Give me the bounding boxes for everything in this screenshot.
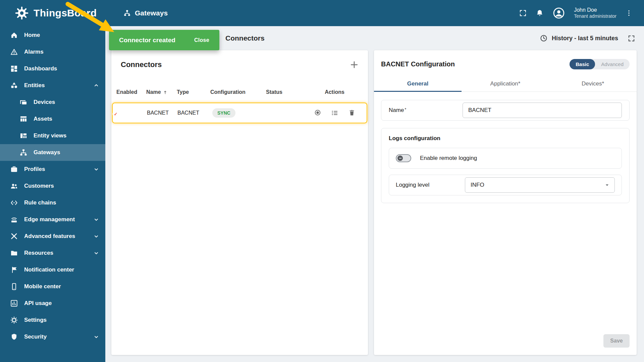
app-title: ThingsBoard [34,7,97,19]
remote-logging-label: Enable remote logging [420,155,477,162]
connector-logs-list-icon[interactable] [331,109,339,117]
sort-ascending-icon [163,90,168,95]
toggle-dash [399,158,401,159]
remote-logging-row: Enable remote logging [389,148,622,169]
connector-name-input[interactable] [463,103,622,118]
chevron-up-icon [94,83,99,88]
connectors-table-header: Enabled Name Type Configuration Status A… [111,89,368,95]
logs-configuration-section: Logs configuration Enable remote logging… [381,128,630,203]
column-name[interactable]: Name [146,89,177,95]
chevron-down-icon [94,217,99,222]
sidebar-item-entity-views[interactable]: Entity views [0,127,105,144]
sidebar-item-customers[interactable]: Customers [0,178,105,194]
advanced-features-tools-icon [10,232,18,240]
dashboard-fullscreen-icon[interactable] [628,35,635,42]
logging-level-value: INFO [471,182,484,188]
entity-views-icon [19,132,28,140]
assets-icon [19,115,28,123]
sidebar-item-rule-chains[interactable]: Rule chains [0,194,105,211]
page-title-label: Gateways [135,9,168,17]
logging-level-row: Logging level INFO [389,175,622,195]
bacnet-configuration-card: BACNET Configuration Basic Advanced Gene… [374,50,637,355]
logs-configuration-title: Logs configuration [389,135,622,142]
resources-folder-icon [10,249,18,257]
notifications-bell-icon[interactable] [536,9,544,17]
app-logo[interactable]: ThingsBoard [0,6,105,20]
connector-actions [307,109,362,117]
configuration-sync-chip: SYNC [212,108,235,118]
connector-row-bacnet[interactable]: ✓ BACNET BACNET SYNC [112,103,367,123]
profiles-icon [10,165,18,173]
save-button[interactable]: Save [603,334,630,348]
user-role: Tenant administrator [574,13,616,19]
select-caret-icon [604,182,610,188]
more-vert-icon[interactable] [625,9,633,17]
tab-devices[interactable]: Devices* [549,75,637,92]
column-enabled: Enabled [116,89,146,95]
basic-mode-button[interactable]: Basic [570,59,595,69]
sidebar-item-resources[interactable]: Resources [0,245,105,261]
column-configuration: Configuration [210,89,266,95]
user-info: John Doe Tenant administrator [574,7,616,19]
fullscreen-icon[interactable] [519,9,527,17]
entities-icon [10,81,18,89]
clock-icon [540,34,548,42]
logo-gear-icon [15,6,29,20]
topbar-actions: John Doe Tenant administrator [519,7,644,19]
user-avatar[interactable] [552,7,565,19]
sidebar: Home Alarms Dashboards Entities Devices … [0,26,105,362]
basic-advanced-toggle: Basic Advanced [570,59,630,69]
sidebar-item-entities[interactable]: Entities [0,77,105,94]
gateways-hub-icon [123,9,131,17]
rpc-icon[interactable] [314,109,321,117]
sidebar-item-notification-center[interactable]: Notification center [0,261,105,278]
sidebar-item-profiles[interactable]: Profiles [0,161,105,178]
remote-logging-toggle[interactable] [396,154,411,162]
delete-connector-trash-icon[interactable] [348,109,356,117]
add-connector-button[interactable] [349,60,359,70]
home-icon [10,31,18,39]
sidebar-item-edge-management[interactable]: Edge management [0,211,105,228]
sidebar-item-devices[interactable]: Devices [0,94,105,111]
breadcrumb: Connectors [225,34,265,42]
sidebar-item-security[interactable]: Security [0,328,105,345]
column-type: Type [177,89,210,95]
api-usage-chart-icon [10,299,18,307]
column-status: Status [266,89,306,95]
tab-general[interactable]: General [374,75,462,92]
sidebar-item-advanced-features[interactable]: Advanced features [0,228,105,245]
notification-center-flag-icon [10,266,18,274]
mobile-center-phone-icon [10,283,18,291]
advanced-mode-button[interactable]: Advanced [595,59,630,69]
name-field-label: Name* [389,107,406,114]
connector-type: BACNET [177,110,211,116]
sidebar-item-dashboards[interactable]: Dashboards [0,60,105,77]
sidebar-item-api-usage[interactable]: API usage [0,295,105,312]
alarms-warning-icon [10,48,18,56]
name-field-row: Name* [381,100,630,121]
toast-close-button[interactable]: Close [194,37,209,43]
user-name: John Doe [574,7,616,13]
chevron-down-icon [94,251,99,255]
sidebar-item-assets[interactable]: Assets [0,111,105,127]
page-title: Gateways [123,9,168,17]
chevron-down-icon [94,167,99,172]
sidebar-item-settings[interactable]: Settings [0,312,105,328]
history-label: History - last 5 minutes [552,35,618,42]
sidebar-item-home[interactable]: Home [0,27,105,44]
required-marker: * [405,107,406,112]
toast-message: Connector created [119,37,175,44]
main-content: Connectors History - last 5 minutes Conn… [105,26,644,362]
tab-application[interactable]: Application* [462,75,549,92]
security-shield-icon [10,333,18,341]
sidebar-item-mobile-center[interactable]: Mobile center [0,278,105,295]
topbar: ThingsBoard Gateways John Doe Tenant adm… [0,0,644,26]
sidebar-item-gateways[interactable]: Gateways [0,144,105,161]
history-range[interactable]: History - last 5 minutes [540,34,644,42]
logging-level-select[interactable]: INFO [465,177,615,193]
connectors-card: Connectors Enabled Name Type Configurati… [111,50,368,355]
toast-connector-created: Connector created Close [109,30,219,50]
connectors-card-title: Connectors [121,60,162,69]
configuration-title: BACNET Configuration [381,60,455,68]
sidebar-item-alarms[interactable]: Alarms [0,44,105,60]
